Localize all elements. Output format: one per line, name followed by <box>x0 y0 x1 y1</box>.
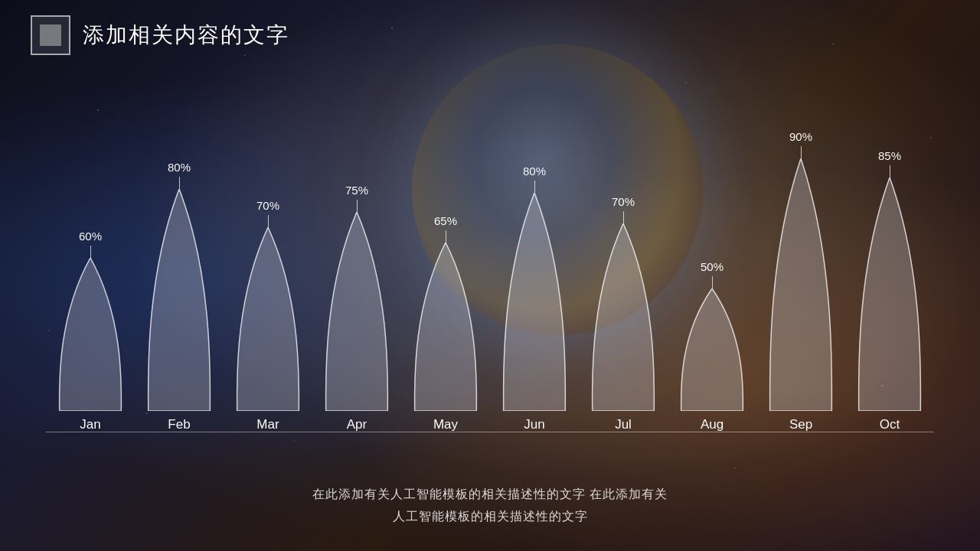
bell-connector-jan <box>90 246 91 258</box>
logo-box <box>31 15 70 55</box>
bell-value-feb: 80% <box>168 161 191 174</box>
bell-month-jan: Jan <box>80 417 100 432</box>
bell-svg-jan <box>54 258 127 411</box>
bell-connector-mar <box>268 215 269 227</box>
bell-value-sep: 90% <box>789 130 812 143</box>
bell-connector-feb <box>179 177 180 189</box>
bell-month-may: May <box>433 417 458 432</box>
footer-line2: 人工智能模板的相关描述性的文字 <box>31 506 949 528</box>
page-title: 添加相关内容的文字 <box>83 21 289 50</box>
footer-line1: 在此添加有关人工智能模板的相关描述性的文字 在此添加有关 <box>31 484 949 506</box>
bell-svg-feb <box>142 189 216 411</box>
bell-group-aug: 50%Aug <box>675 260 749 432</box>
bell-group-jul: 70%Jul <box>586 195 660 432</box>
header: 添加相关内容的文字 <box>31 15 949 55</box>
bells-container: 60%Jan80%Feb70%Mar75%Apr65%May80%Jun70%J… <box>46 130 934 432</box>
bell-svg-jun <box>498 193 571 411</box>
bell-month-mar: Mar <box>256 417 279 432</box>
bell-group-jun: 80%Jun <box>498 165 571 432</box>
bell-value-aug: 50% <box>701 260 724 273</box>
bell-connector-aug <box>712 276 713 289</box>
bell-value-jul: 70% <box>612 195 635 208</box>
bell-group-jan: 60%Jan <box>54 230 127 432</box>
bell-month-apr: Apr <box>347 417 367 432</box>
bell-month-feb: Feb <box>168 417 190 432</box>
bell-svg-apr <box>320 212 394 411</box>
bell-month-oct: Oct <box>880 417 900 432</box>
bell-svg-aug <box>675 289 749 411</box>
main-container: 添加相关内容的文字 60%Jan80%Feb70%Mar75%Apr65%May… <box>0 0 980 551</box>
bell-connector-jul <box>623 211 624 223</box>
bell-svg-mar <box>231 227 305 411</box>
bell-group-apr: 75%Apr <box>320 184 394 432</box>
bell-value-oct: 85% <box>878 149 901 162</box>
bell-connector-jun <box>534 181 535 193</box>
chart-area: 60%Jan80%Feb70%Mar75%Apr65%May80%Jun70%J… <box>31 63 949 472</box>
bell-group-mar: 70%Mar <box>231 199 305 432</box>
bell-value-mar: 70% <box>256 199 279 212</box>
bell-group-feb: 80%Feb <box>142 161 216 432</box>
footer-text: 在此添加有关人工智能模板的相关描述性的文字 在此添加有关 人工智能模板的相关描述… <box>31 472 949 536</box>
logo-inner <box>40 24 61 46</box>
bell-month-aug: Aug <box>701 417 724 432</box>
bell-group-oct: 85%Oct <box>853 149 926 432</box>
bell-value-may: 65% <box>434 214 457 227</box>
bell-connector-oct <box>890 165 890 178</box>
bell-connector-may <box>446 230 446 243</box>
bell-svg-sep <box>764 158 838 411</box>
bell-value-apr: 75% <box>345 184 368 197</box>
bell-connector-apr <box>357 200 358 212</box>
bell-group-sep: 90%Sep <box>764 130 838 432</box>
bell-svg-oct <box>853 178 926 411</box>
bell-value-jan: 60% <box>79 230 102 243</box>
chart-wrapper: 60%Jan80%Feb70%Mar75%Apr65%May80%Jun70%J… <box>46 151 934 472</box>
bell-svg-may <box>409 243 482 411</box>
bell-value-jun: 80% <box>523 165 546 178</box>
bell-month-jul: Jul <box>615 417 632 432</box>
bell-connector-sep <box>801 146 802 158</box>
bell-month-sep: Sep <box>789 417 812 432</box>
bell-month-jun: Jun <box>524 417 544 432</box>
bell-group-may: 65%May <box>409 214 482 432</box>
bell-svg-jul <box>586 223 660 411</box>
